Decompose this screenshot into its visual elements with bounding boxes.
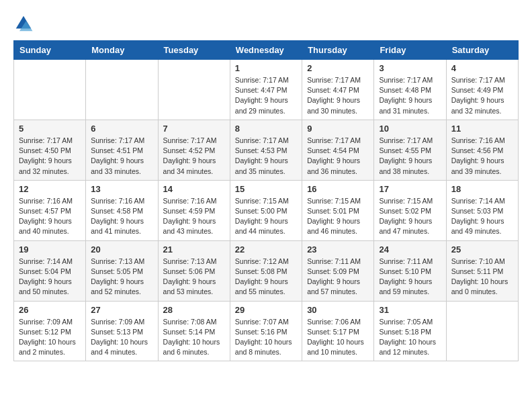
day-number: 31 (379, 305, 441, 315)
calendar-cell: 8Sunrise: 7:17 AM Sunset: 4:53 PM Daylig… (230, 120, 302, 180)
calendar-cell: 27Sunrise: 7:09 AM Sunset: 5:13 PM Dayli… (86, 301, 158, 361)
day-number: 7 (163, 124, 225, 134)
day-info: Sunrise: 7:09 AM Sunset: 5:12 PM Dayligh… (19, 317, 81, 358)
calendar-cell: 22Sunrise: 7:12 AM Sunset: 5:08 PM Dayli… (230, 240, 302, 301)
day-number: 23 (307, 244, 369, 255)
calendar-cell: 20Sunrise: 7:13 AM Sunset: 5:05 PM Dayli… (86, 240, 158, 301)
week-row-2: 5Sunrise: 7:17 AM Sunset: 4:50 PM Daylig… (14, 120, 519, 180)
calendar-table: SundayMondayTuesdayWednesdayThursdayFrid… (13, 40, 519, 361)
calendar-cell: 10Sunrise: 7:17 AM Sunset: 4:55 PM Dayli… (374, 120, 446, 180)
calendar-cell (446, 301, 518, 361)
day-info: Sunrise: 7:08 AM Sunset: 5:14 PM Dayligh… (163, 317, 225, 358)
day-number: 22 (235, 244, 297, 255)
day-info: Sunrise: 7:13 AM Sunset: 5:06 PM Dayligh… (163, 257, 225, 298)
day-info: Sunrise: 7:14 AM Sunset: 5:04 PM Dayligh… (19, 257, 81, 298)
day-number: 5 (19, 124, 81, 134)
day-number: 19 (19, 244, 81, 255)
day-number: 18 (451, 184, 513, 194)
calendar-cell: 23Sunrise: 7:11 AM Sunset: 5:09 PM Dayli… (302, 240, 374, 301)
day-number: 26 (19, 305, 81, 315)
day-info: Sunrise: 7:07 AM Sunset: 5:16 PM Dayligh… (235, 317, 297, 358)
day-info: Sunrise: 7:17 AM Sunset: 4:49 PM Dayligh… (451, 75, 513, 116)
calendar-cell: 17Sunrise: 7:15 AM Sunset: 5:02 PM Dayli… (374, 180, 446, 240)
day-number: 20 (91, 244, 152, 255)
day-number: 6 (91, 124, 152, 134)
day-number: 24 (379, 244, 441, 255)
day-number: 21 (163, 244, 225, 255)
calendar-cell: 14Sunrise: 7:16 AM Sunset: 4:59 PM Dayli… (158, 180, 230, 240)
day-info: Sunrise: 7:16 AM Sunset: 4:56 PM Dayligh… (451, 136, 513, 177)
day-info: Sunrise: 7:09 AM Sunset: 5:13 PM Dayligh… (91, 317, 152, 358)
calendar-cell (158, 60, 230, 120)
day-info: Sunrise: 7:17 AM Sunset: 4:51 PM Dayligh… (91, 136, 152, 177)
day-number: 11 (451, 124, 513, 134)
day-header-wednesday: Wednesday (230, 41, 302, 60)
calendar-cell: 4Sunrise: 7:17 AM Sunset: 4:49 PM Daylig… (446, 60, 518, 120)
day-header-friday: Friday (374, 41, 446, 60)
day-info: Sunrise: 7:16 AM Sunset: 4:59 PM Dayligh… (163, 196, 225, 237)
calendar-cell: 28Sunrise: 7:08 AM Sunset: 5:14 PM Dayli… (158, 301, 230, 361)
calendar-cell: 25Sunrise: 7:10 AM Sunset: 5:11 PM Dayli… (446, 240, 518, 301)
day-info: Sunrise: 7:17 AM Sunset: 4:54 PM Dayligh… (307, 136, 369, 177)
day-number: 30 (307, 305, 369, 315)
day-number: 14 (163, 184, 225, 194)
logo-icon (13, 13, 34, 34)
week-row-3: 12Sunrise: 7:16 AM Sunset: 4:57 PM Dayli… (14, 180, 519, 240)
day-number: 9 (307, 124, 369, 134)
day-number: 25 (451, 244, 513, 255)
calendar-cell: 26Sunrise: 7:09 AM Sunset: 5:12 PM Dayli… (14, 301, 86, 361)
day-number: 4 (451, 63, 513, 73)
calendar-cell: 6Sunrise: 7:17 AM Sunset: 4:51 PM Daylig… (86, 120, 158, 180)
day-number: 13 (91, 184, 152, 194)
calendar-cell: 15Sunrise: 7:15 AM Sunset: 5:00 PM Dayli… (230, 180, 302, 240)
day-info: Sunrise: 7:13 AM Sunset: 5:05 PM Dayligh… (91, 257, 152, 298)
page-header (13, 13, 519, 34)
day-number: 3 (379, 63, 441, 73)
day-number: 2 (307, 63, 369, 73)
day-info: Sunrise: 7:12 AM Sunset: 5:08 PM Dayligh… (235, 257, 297, 298)
day-number: 27 (91, 305, 152, 315)
day-info: Sunrise: 7:17 AM Sunset: 4:47 PM Dayligh… (235, 75, 297, 116)
day-header-saturday: Saturday (446, 41, 518, 60)
calendar-cell: 24Sunrise: 7:11 AM Sunset: 5:10 PM Dayli… (374, 240, 446, 301)
day-info: Sunrise: 7:17 AM Sunset: 4:50 PM Dayligh… (19, 136, 81, 177)
day-info: Sunrise: 7:15 AM Sunset: 5:00 PM Dayligh… (235, 196, 297, 237)
day-number: 17 (379, 184, 441, 194)
calendar-cell: 11Sunrise: 7:16 AM Sunset: 4:56 PM Dayli… (446, 120, 518, 180)
week-row-4: 19Sunrise: 7:14 AM Sunset: 5:04 PM Dayli… (14, 240, 519, 301)
calendar-cell: 1Sunrise: 7:17 AM Sunset: 4:47 PM Daylig… (230, 60, 302, 120)
day-header-thursday: Thursday (302, 41, 374, 60)
week-row-1: 1Sunrise: 7:17 AM Sunset: 4:47 PM Daylig… (14, 60, 519, 120)
day-number: 12 (19, 184, 81, 194)
day-header-tuesday: Tuesday (158, 41, 230, 60)
calendar-header-row: SundayMondayTuesdayWednesdayThursdayFrid… (14, 41, 519, 60)
day-info: Sunrise: 7:06 AM Sunset: 5:17 PM Dayligh… (307, 317, 369, 358)
day-info: Sunrise: 7:11 AM Sunset: 5:10 PM Dayligh… (379, 257, 441, 298)
day-info: Sunrise: 7:16 AM Sunset: 4:58 PM Dayligh… (91, 196, 152, 237)
calendar-cell: 21Sunrise: 7:13 AM Sunset: 5:06 PM Dayli… (158, 240, 230, 301)
day-info: Sunrise: 7:11 AM Sunset: 5:09 PM Dayligh… (307, 257, 369, 298)
day-number: 29 (235, 305, 297, 315)
calendar-cell: 13Sunrise: 7:16 AM Sunset: 4:58 PM Dayli… (86, 180, 158, 240)
day-info: Sunrise: 7:17 AM Sunset: 4:48 PM Dayligh… (379, 75, 441, 116)
calendar-cell: 19Sunrise: 7:14 AM Sunset: 5:04 PM Dayli… (14, 240, 86, 301)
calendar-cell: 16Sunrise: 7:15 AM Sunset: 5:01 PM Dayli… (302, 180, 374, 240)
day-info: Sunrise: 7:17 AM Sunset: 4:55 PM Dayligh… (379, 136, 441, 177)
day-header-monday: Monday (86, 41, 158, 60)
day-number: 16 (307, 184, 369, 194)
day-info: Sunrise: 7:17 AM Sunset: 4:52 PM Dayligh… (163, 136, 225, 177)
day-number: 1 (235, 63, 297, 73)
calendar-cell (14, 60, 86, 120)
calendar-cell: 3Sunrise: 7:17 AM Sunset: 4:48 PM Daylig… (374, 60, 446, 120)
week-row-5: 26Sunrise: 7:09 AM Sunset: 5:12 PM Dayli… (14, 301, 519, 361)
day-info: Sunrise: 7:10 AM Sunset: 5:11 PM Dayligh… (451, 257, 513, 298)
day-info: Sunrise: 7:17 AM Sunset: 4:53 PM Dayligh… (235, 136, 297, 177)
calendar-cell: 7Sunrise: 7:17 AM Sunset: 4:52 PM Daylig… (158, 120, 230, 180)
calendar-cell: 2Sunrise: 7:17 AM Sunset: 4:47 PM Daylig… (302, 60, 374, 120)
day-header-sunday: Sunday (14, 41, 86, 60)
day-info: Sunrise: 7:17 AM Sunset: 4:47 PM Dayligh… (307, 75, 369, 116)
day-info: Sunrise: 7:14 AM Sunset: 5:03 PM Dayligh… (451, 196, 513, 237)
day-info: Sunrise: 7:15 AM Sunset: 5:02 PM Dayligh… (379, 196, 441, 237)
day-number: 8 (235, 124, 297, 134)
calendar-cell: 18Sunrise: 7:14 AM Sunset: 5:03 PM Dayli… (446, 180, 518, 240)
